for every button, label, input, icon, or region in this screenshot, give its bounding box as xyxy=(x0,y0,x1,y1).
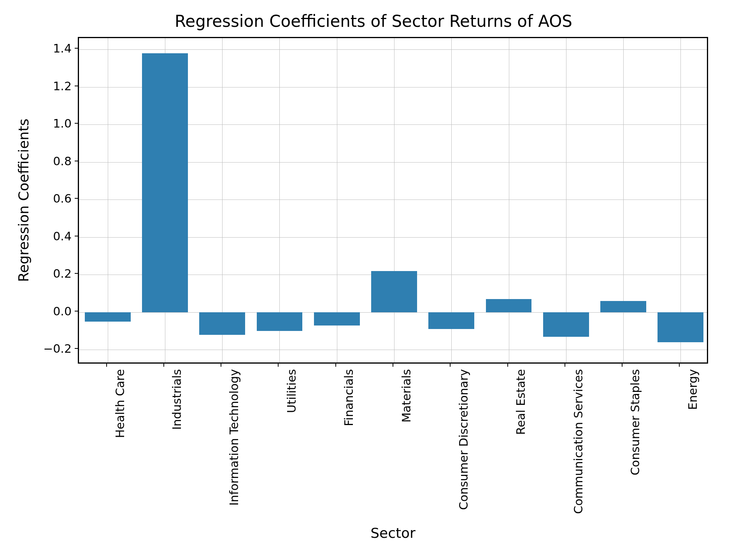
x-tick-mark xyxy=(278,364,279,367)
bar xyxy=(658,312,703,342)
y-tick-label: 1.4 xyxy=(0,41,72,55)
x-tick-label: Energy xyxy=(686,369,700,410)
x-tick-mark xyxy=(163,364,164,367)
x-tick-label: Real Estate xyxy=(514,369,528,435)
y-tick-mark xyxy=(75,198,78,199)
x-tick-label: Health Care xyxy=(113,369,126,438)
y-tick-label: 0.8 xyxy=(0,154,72,168)
x-tick-mark xyxy=(565,364,565,367)
x-tick-label: Communication Services xyxy=(571,369,585,514)
plot-area xyxy=(78,37,708,364)
bar xyxy=(543,312,589,337)
chart-title: Regression Coefficients of Sector Return… xyxy=(0,12,747,31)
x-tick-mark xyxy=(450,364,451,367)
bar xyxy=(257,312,303,331)
y-tick-label: 0.0 xyxy=(0,304,72,318)
x-tick-mark xyxy=(393,364,393,367)
y-tick-mark xyxy=(75,348,78,349)
bars-layer xyxy=(79,38,707,362)
y-tick-mark xyxy=(75,236,78,236)
y-tick-label: −0.2 xyxy=(0,342,72,355)
y-tick-mark xyxy=(75,273,78,274)
y-tick-mark xyxy=(75,48,78,49)
x-tick-label: Information Technology xyxy=(228,369,241,506)
x-tick-mark xyxy=(106,364,107,367)
bar xyxy=(142,53,188,312)
bar xyxy=(199,312,245,335)
chart-figure: Regression Coefficients of Sector Return… xyxy=(0,0,747,560)
bar xyxy=(486,299,532,312)
bar xyxy=(85,312,131,322)
x-tick-label: Materials xyxy=(400,369,413,423)
y-tick-mark xyxy=(75,123,78,124)
x-tick-label: Industrials xyxy=(170,369,184,430)
x-tick-label: Consumer Discretionary xyxy=(457,369,470,510)
y-tick-label: 0.4 xyxy=(0,229,72,243)
x-tick-label: Financials xyxy=(342,369,356,426)
y-tick-label: 0.2 xyxy=(0,267,72,280)
x-tick-mark xyxy=(507,364,508,367)
bar xyxy=(600,301,646,312)
y-tick-mark xyxy=(75,311,78,312)
x-tick-mark xyxy=(622,364,622,367)
y-tick-label: 0.6 xyxy=(0,192,72,205)
y-tick-mark xyxy=(75,161,78,161)
x-tick-label: Consumer Staples xyxy=(629,369,642,475)
y-tick-label: 1.0 xyxy=(0,117,72,130)
x-axis-label: Sector xyxy=(370,525,416,541)
bar xyxy=(371,271,417,312)
x-tick-mark xyxy=(679,364,680,367)
x-tick-mark xyxy=(335,364,336,367)
y-tick-label: 1.2 xyxy=(0,79,72,93)
bar xyxy=(428,312,474,329)
x-tick-mark xyxy=(221,364,221,367)
x-tick-label: Utilities xyxy=(285,369,298,413)
y-tick-mark xyxy=(75,86,78,86)
bar xyxy=(314,312,360,326)
